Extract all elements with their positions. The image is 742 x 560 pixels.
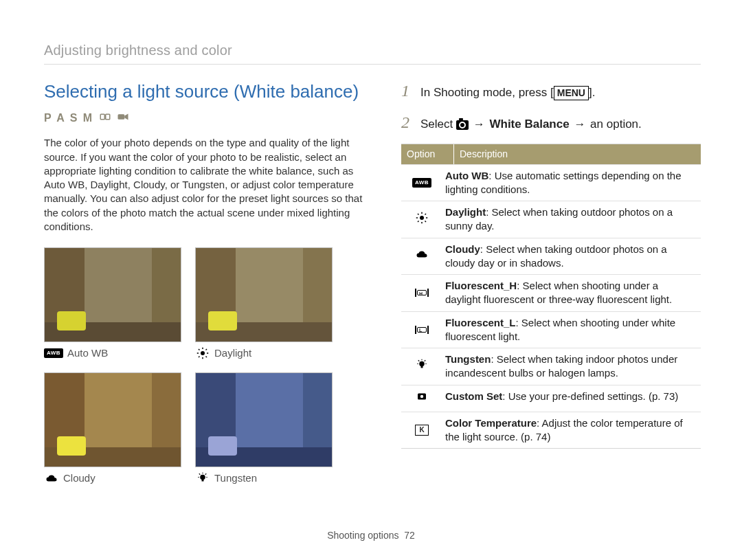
mode-dual-icon [99, 111, 111, 126]
table-row: Tungsten: Select when taking indoor phot… [401, 348, 701, 385]
awb-icon: AWB [44, 348, 63, 358]
col-option: Option [401, 144, 454, 164]
step-number: 1 [401, 80, 411, 102]
cloud-icon [44, 473, 59, 484]
option-desc: : Use your pre-defined settings. (p. 73) [502, 390, 678, 402]
sun-icon [195, 348, 210, 359]
sample-tile-auto-wb: AWB Auto WB [44, 247, 181, 360]
bulb-icon [416, 359, 428, 374]
svg-point-12 [200, 475, 205, 480]
option-name: Custom Set [445, 390, 502, 402]
sample-thumb-daylight [195, 247, 333, 342]
sample-label: Cloudy [63, 471, 95, 485]
svg-line-25 [425, 221, 427, 222]
table-row: H Fluorescent_H: Select when shooting un… [401, 274, 701, 311]
option-name: Daylight [445, 206, 486, 218]
sample-tile-cloudy: Cloudy [44, 372, 181, 485]
svg-line-26 [418, 221, 419, 222]
mode-letters: P A S M [44, 111, 93, 126]
svg-line-10 [199, 357, 200, 358]
svg-line-9 [206, 357, 207, 358]
mode-video-icon [117, 111, 129, 126]
svg-line-33 [418, 360, 420, 361]
step-1-post: ]. [589, 86, 595, 99]
sample-thumb-cloudy [44, 372, 181, 467]
menu-button-label: MENU [554, 86, 589, 100]
sample-label: Auto WB [67, 346, 108, 360]
svg-point-19 [420, 216, 424, 220]
svg-line-27 [425, 214, 427, 215]
svg-line-18 [205, 474, 207, 475]
sample-thumb-auto-wb [44, 247, 181, 342]
custom-set-icon [416, 390, 428, 406]
svg-rect-0 [100, 114, 104, 120]
step-2: 2 Select → White Balance → an option. [401, 111, 701, 133]
body-paragraph: The color of your photo depends on the t… [44, 136, 367, 234]
kelvin-icon: K [415, 425, 429, 436]
svg-line-17 [199, 474, 201, 475]
footer-section: Shooting options [327, 530, 398, 541]
option-name: Cloudy [445, 243, 480, 255]
svg-line-24 [418, 214, 419, 215]
table-row: K Color Temperature: Adjust the color te… [401, 412, 701, 449]
option-name: Auto WB [445, 170, 488, 181]
svg-line-34 [425, 360, 426, 361]
white-balance-label: White Balance [489, 117, 569, 131]
svg-rect-29 [421, 366, 423, 368]
options-table: Option Description AWB Auto WB: Use auto… [401, 144, 701, 449]
breadcrumb: Adjusting brightness and color [44, 41, 701, 60]
mode-indicators: P A S M [44, 111, 367, 126]
bulb-icon [195, 473, 210, 484]
arrow-icon: → [572, 117, 587, 133]
step-1: 1 In Shooting mode, press [MENU]. [401, 80, 701, 102]
table-row: L Fluorescent_L: Select when shooting un… [401, 311, 701, 348]
step-number: 2 [401, 111, 411, 133]
option-name: Color Temperature [445, 417, 537, 429]
sun-icon [416, 212, 428, 227]
section-title: Selecting a light source (White balance) [44, 80, 367, 104]
svg-point-36 [420, 395, 424, 399]
svg-rect-1 [106, 114, 110, 120]
option-name: Tungsten [445, 353, 491, 365]
sample-tile-daylight: Daylight [195, 247, 333, 360]
table-row: AWB Auto WB: Use automatic settings depe… [401, 164, 701, 201]
options-table-header: Option Description [401, 144, 701, 164]
sample-tile-tungsten: Tungsten [195, 372, 333, 485]
sample-label: Tungsten [214, 471, 257, 485]
step-2-post: an option. [587, 117, 641, 131]
svg-point-3 [201, 351, 205, 355]
svg-line-8 [199, 349, 200, 350]
arrow-icon: → [472, 117, 486, 133]
svg-point-28 [419, 361, 425, 367]
step-2-pre: Select [420, 117, 456, 131]
table-row: Cloudy: Select when taking outdoor photo… [401, 238, 701, 275]
sample-label: Daylight [214, 346, 251, 360]
page-footer: Shooting options 72 [0, 529, 742, 542]
page-number: 72 [404, 530, 415, 541]
option-name: Fluorescent_H [445, 280, 517, 291]
step-1-pre: In Shooting mode, press [ [420, 86, 554, 99]
cloud-icon [416, 248, 428, 264]
svg-rect-13 [202, 480, 204, 482]
fluorescent-l-icon: L [415, 326, 429, 334]
option-name: Fluorescent_L [445, 317, 516, 328]
table-row: Daylight: Select when taking outdoor pho… [401, 201, 701, 238]
svg-rect-2 [118, 114, 125, 120]
sample-grid: AWB Auto WB Daylight [44, 247, 367, 486]
svg-line-11 [206, 349, 207, 350]
sample-thumb-tungsten [195, 372, 333, 467]
camera-icon [456, 120, 469, 130]
table-row: Custom Set: Use your pre-defined setting… [401, 385, 701, 412]
header-divider [44, 64, 701, 65]
fluorescent-h-icon: H [415, 289, 429, 297]
col-description: Description [454, 144, 701, 164]
awb-icon: AWB [412, 178, 431, 188]
